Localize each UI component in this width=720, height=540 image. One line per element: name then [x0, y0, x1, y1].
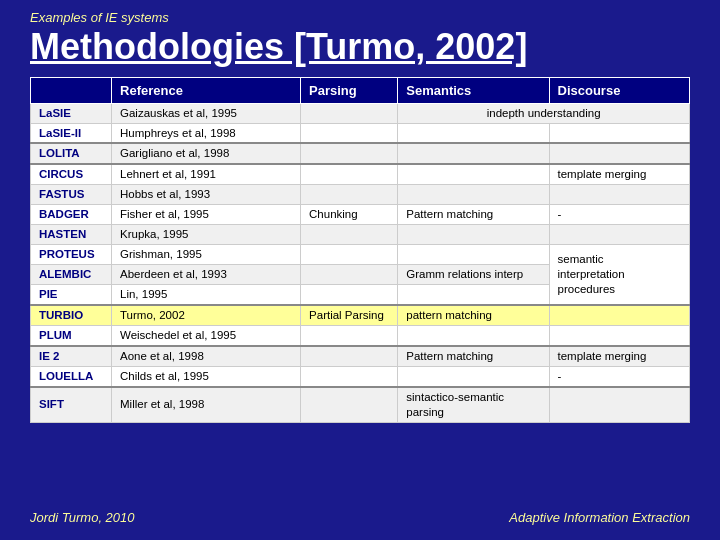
- cell-system: LOLITA: [31, 143, 112, 164]
- cell-discourse: [549, 387, 689, 422]
- cell-discourse: -: [549, 366, 689, 386]
- cell-reference: Hobbs et al, 1993: [112, 185, 301, 205]
- table-row: PLUMWeischedel et al, 1995: [31, 325, 690, 345]
- cell-reference: Krupka, 1995: [112, 225, 301, 245]
- cell-parsing: Partial Parsing: [301, 305, 398, 325]
- cell-semantics: [398, 143, 549, 164]
- cell-system: PROTEUS: [31, 245, 112, 265]
- cell-parsing: [301, 285, 398, 305]
- table-row: LOUELLAChilds et al, 1995-: [31, 366, 690, 386]
- cell-parsing: [301, 185, 398, 205]
- col-header-reference: Reference: [112, 77, 301, 103]
- cell-reference: Aberdeen et al, 1993: [112, 265, 301, 285]
- cell-discourse: [549, 185, 689, 205]
- main-table: System Reference Parsing Semantics Disco…: [30, 77, 690, 423]
- cell-parsing: [301, 387, 398, 422]
- cell-semantics: Pattern matching: [398, 346, 549, 366]
- slide: Examples of IE systems Methodologies [Tu…: [0, 0, 720, 540]
- cell-system: TURBIO: [31, 305, 112, 325]
- cell-system: ALEMBIC: [31, 265, 112, 285]
- cell-discourse: template merging: [549, 346, 689, 366]
- table-row: LOLITAGarigliano et al, 1998: [31, 143, 690, 164]
- cell-semantics: [398, 325, 549, 345]
- cell-system: BADGER: [31, 205, 112, 225]
- table-row: LaSIEGaizauskas et al, 1995indepth under…: [31, 103, 690, 123]
- table-row: PROTEUSGrishman, 1995semantic interpreta…: [31, 245, 690, 265]
- cell-system: PIE: [31, 285, 112, 305]
- cell-parsing: [301, 366, 398, 386]
- cell-system: SIFT: [31, 387, 112, 422]
- cell-reference: Aone et al, 1998: [112, 346, 301, 366]
- col-header-system: System: [31, 77, 112, 103]
- col-header-parsing: Parsing: [301, 77, 398, 103]
- table-header-row: System Reference Parsing Semantics Disco…: [31, 77, 690, 103]
- cell-parsing: [301, 225, 398, 245]
- cell-semantics: [398, 366, 549, 386]
- cell-reference: Turmo, 2002: [112, 305, 301, 325]
- footer-right: Adaptive Information Extraction: [509, 510, 690, 525]
- cell-system: LOUELLA: [31, 366, 112, 386]
- cell-parsing: [301, 325, 398, 345]
- cell-reference: Fisher et al, 1995: [112, 205, 301, 225]
- cell-parsing: [301, 265, 398, 285]
- cell-system: CIRCUS: [31, 164, 112, 184]
- cell-system: LaSIE: [31, 103, 112, 123]
- cell-reference: Weischedel et al, 1995: [112, 325, 301, 345]
- col-header-discourse: Discourse: [549, 77, 689, 103]
- cell-parsing: [301, 143, 398, 164]
- table-row: BADGERFisher et al, 1995ChunkingPattern …: [31, 205, 690, 225]
- cell-parsing: [301, 123, 398, 143]
- cell-system: IE 2: [31, 346, 112, 366]
- footer: Jordi Turmo, 2010 Adaptive Information E…: [30, 510, 690, 525]
- cell-parsing: Chunking: [301, 205, 398, 225]
- cell-semantics: Gramm relations interp: [398, 265, 549, 285]
- cell-semantics: [398, 123, 549, 143]
- cell-parsing: [301, 103, 398, 123]
- col-header-semantics: Semantics: [398, 77, 549, 103]
- cell-reference: Miller et al, 1998: [112, 387, 301, 422]
- cell-reference: Childs et al, 1995: [112, 366, 301, 386]
- cell-reference: Lehnert et al, 1991: [112, 164, 301, 184]
- table-row: HASTENKrupka, 1995: [31, 225, 690, 245]
- cell-semantics: [398, 245, 549, 265]
- cell-discourse: template merging: [549, 164, 689, 184]
- cell-discourse: [549, 143, 689, 164]
- table-wrapper: System Reference Parsing Semantics Disco…: [30, 77, 690, 504]
- cell-reference: Gaizauskas et al, 1995: [112, 103, 301, 123]
- table-row: CIRCUSLehnert et al, 1991template mergin…: [31, 164, 690, 184]
- title: Methodologies [Turmo, 2002]: [30, 27, 690, 67]
- cell-parsing: [301, 346, 398, 366]
- cell-system: LaSIE-II: [31, 123, 112, 143]
- cell-semantics: [398, 225, 549, 245]
- cell-discourse: [549, 123, 689, 143]
- table-row: FASTUSHobbs et al, 1993: [31, 185, 690, 205]
- cell-parsing: [301, 245, 398, 265]
- subtitle: Examples of IE systems: [30, 10, 690, 25]
- cell-discourse: [549, 325, 689, 345]
- cell-system: HASTEN: [31, 225, 112, 245]
- cell-semantics: Pattern matching: [398, 205, 549, 225]
- cell-system: PLUM: [31, 325, 112, 345]
- cell-discourse: [549, 225, 689, 245]
- cell-semantics: indepth understanding: [398, 103, 690, 123]
- cell-parsing: [301, 164, 398, 184]
- cell-discourse: [549, 305, 689, 325]
- cell-discourse: -: [549, 205, 689, 225]
- cell-semantics: pattern matching: [398, 305, 549, 325]
- cell-reference: Garigliano et al, 1998: [112, 143, 301, 164]
- cell-semantics: [398, 164, 549, 184]
- footer-left: Jordi Turmo, 2010: [30, 510, 135, 525]
- table-row: LaSIE-IIHumphreys et al, 1998: [31, 123, 690, 143]
- cell-semantics: [398, 185, 549, 205]
- table-row: IE 2Aone et al, 1998Pattern matchingtemp…: [31, 346, 690, 366]
- cell-semantics: [398, 285, 549, 305]
- table-body: LaSIEGaizauskas et al, 1995indepth under…: [31, 103, 690, 422]
- cell-semantics: sintactico-semantic parsing: [398, 387, 549, 422]
- cell-reference: Humphreys et al, 1998: [112, 123, 301, 143]
- cell-system: FASTUS: [31, 185, 112, 205]
- cell-reference: Grishman, 1995: [112, 245, 301, 265]
- table-row: SIFTMiller et al, 1998sintactico-semanti…: [31, 387, 690, 422]
- table-row: TURBIOTurmo, 2002Partial Parsingpattern …: [31, 305, 690, 325]
- cell-reference: Lin, 1995: [112, 285, 301, 305]
- cell-discourse: semantic interpretation procedures: [549, 245, 689, 305]
